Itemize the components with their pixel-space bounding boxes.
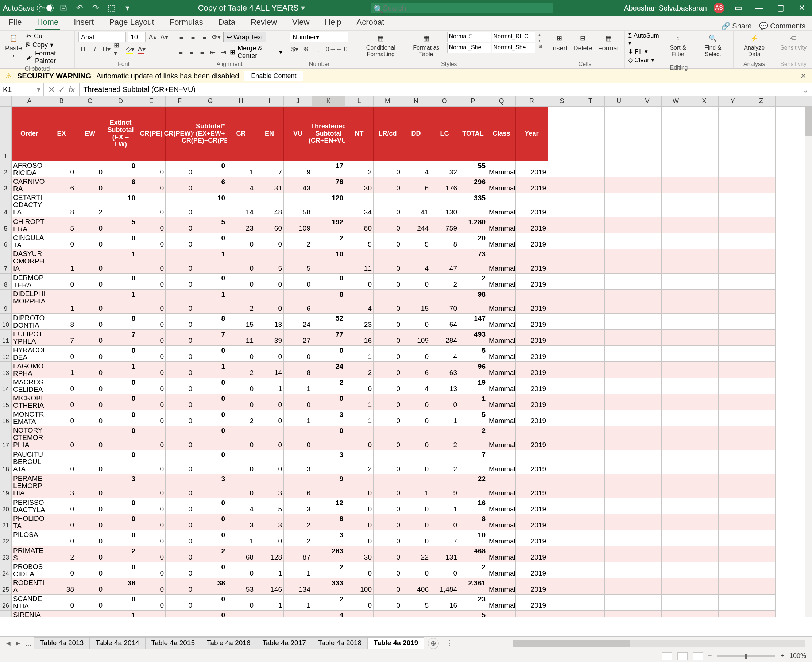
cell-year[interactable]: 2019: [516, 249, 548, 273]
cell-value[interactable]: 0: [76, 611, 105, 617]
cell-value[interactable]: 5: [255, 249, 284, 273]
empty-cell[interactable]: [747, 530, 775, 546]
empty-cell[interactable]: [576, 233, 605, 249]
empty-cell[interactable]: [576, 314, 605, 329]
cell-value[interactable]: 0: [137, 330, 166, 345]
col-header-Y[interactable]: Y: [719, 96, 747, 106]
wrap-text-button[interactable]: ↩ Wrap Text: [223, 32, 266, 42]
cell-value[interactable]: 1: [255, 378, 284, 394]
cell-year[interactable]: 2019: [516, 474, 548, 498]
row-header-21[interactable]: 21: [0, 514, 11, 530]
cell-value[interactable]: 3: [312, 530, 345, 546]
empty-cell[interactable]: [548, 362, 576, 378]
empty-cell[interactable]: [633, 233, 662, 249]
percent-icon[interactable]: %: [302, 45, 311, 54]
cell-value[interactable]: 0: [431, 394, 459, 410]
empty-cell[interactable]: [576, 562, 605, 578]
cell-value[interactable]: 0: [105, 498, 137, 514]
cell-year[interactable]: 2019: [516, 578, 548, 594]
cell-value[interactable]: 0: [47, 514, 76, 530]
empty-cell[interactable]: [747, 273, 775, 289]
cell-value[interactable]: 0: [402, 562, 431, 578]
cell-value[interactable]: 0: [137, 410, 166, 426]
empty-cell[interactable]: [662, 562, 690, 578]
cell-value[interactable]: 0: [194, 611, 227, 617]
cell-value[interactable]: 2: [345, 161, 373, 177]
cell-order[interactable]: MICROBIOTHERIA: [12, 394, 47, 410]
cell-year[interactable]: 2019: [516, 498, 548, 514]
cell-value[interactable]: 0: [137, 217, 166, 233]
empty-cell[interactable]: [576, 177, 605, 193]
qat-dropdown-icon[interactable]: ▾: [123, 3, 132, 13]
empty-cell[interactable]: [548, 450, 576, 474]
empty-cell[interactable]: [747, 546, 775, 562]
cell-value[interactable]: 131: [431, 546, 459, 562]
cell-value[interactable]: 0: [166, 249, 194, 273]
cell-order[interactable]: PERAMELEMORPHIA: [12, 474, 47, 498]
empty-cell[interactable]: [605, 193, 633, 217]
cell-class[interactable]: Mammalia: [487, 378, 516, 394]
minimize-icon[interactable]: —: [752, 3, 767, 13]
cell-value[interactable]: 0: [137, 378, 166, 394]
empty-cell[interactable]: [576, 611, 605, 617]
empty-cell[interactable]: [605, 330, 633, 345]
empty-cell[interactable]: [633, 426, 662, 450]
cell-class[interactable]: Mammalia: [487, 161, 516, 177]
cell-value[interactable]: 0: [105, 346, 137, 362]
cell-value[interactable]: 0: [227, 378, 255, 394]
document-title[interactable]: Copy of Table 4 ALL YEARS▾: [198, 3, 305, 13]
row-header-11[interactable]: 11: [0, 330, 11, 346]
empty-cell[interactable]: [548, 193, 576, 217]
cancel-formula-icon[interactable]: ✕: [48, 85, 55, 95]
cell-value[interactable]: 0: [137, 394, 166, 410]
empty-cell[interactable]: [747, 611, 775, 617]
empty-cell[interactable]: [662, 498, 690, 514]
fill-button[interactable]: ⬇ Fill ▾: [628, 48, 660, 55]
cell-value[interactable]: 5: [402, 233, 431, 249]
cell-value[interactable]: 3: [105, 474, 137, 498]
cell-value[interactable]: 9: [284, 161, 312, 177]
col-header-X[interactable]: X: [690, 96, 719, 106]
cell-value[interactable]: 96: [459, 362, 487, 378]
cell-year[interactable]: 2019: [516, 193, 548, 217]
cell-class[interactable]: Mammalia: [487, 346, 516, 362]
cell-order[interactable]: LAGOMORPHA: [12, 362, 47, 378]
cell-class[interactable]: Mammalia: [487, 595, 516, 610]
empty-cell[interactable]: [690, 177, 719, 193]
row-header-5[interactable]: 5: [0, 217, 11, 233]
cell-value[interactable]: 0: [373, 611, 402, 617]
empty-cell[interactable]: [633, 330, 662, 345]
col-header-W[interactable]: W: [662, 96, 690, 106]
empty-cell[interactable]: [719, 562, 747, 578]
empty-cell[interactable]: [747, 474, 775, 498]
col-header-H[interactable]: H: [227, 96, 255, 106]
cell-value[interactable]: 333: [312, 578, 345, 594]
menu-tab-view[interactable]: View: [291, 15, 311, 30]
header-cell[interactable]: Extinct Subtotal (EX + EW): [105, 106, 137, 161]
cell-class[interactable]: Mammalia: [487, 233, 516, 249]
cell-value[interactable]: 4: [402, 249, 431, 273]
cell-value[interactable]: 22: [402, 546, 431, 562]
empty-cell[interactable]: [719, 273, 747, 289]
cell-value[interactable]: 5: [459, 410, 487, 426]
cell-value[interactable]: 0: [137, 273, 166, 289]
empty-cell[interactable]: [548, 578, 576, 594]
vertical-scrollbar[interactable]: [805, 106, 812, 617]
empty-cell[interactable]: [605, 249, 633, 273]
cell-value[interactable]: 0: [76, 362, 105, 378]
cell-value[interactable]: 16: [431, 595, 459, 610]
cell-value[interactable]: 4: [345, 289, 373, 313]
cell-value[interactable]: 38: [105, 578, 137, 594]
empty-cell[interactable]: [576, 289, 605, 313]
cell-value[interactable]: 0: [402, 273, 431, 289]
cell-value[interactable]: 3: [194, 474, 227, 498]
cell-value[interactable]: 7: [431, 530, 459, 546]
cell-order[interactable]: DIDELPHIMORPHIA: [12, 289, 47, 313]
empty-cell[interactable]: [662, 249, 690, 273]
cell-year[interactable]: 2019: [516, 330, 548, 345]
empty-cell[interactable]: [576, 217, 605, 233]
cell-value[interactable]: 0: [284, 273, 312, 289]
empty-cell[interactable]: [690, 314, 719, 329]
empty-cell[interactable]: [633, 394, 662, 410]
close-warning-icon[interactable]: ✕: [800, 71, 807, 80]
